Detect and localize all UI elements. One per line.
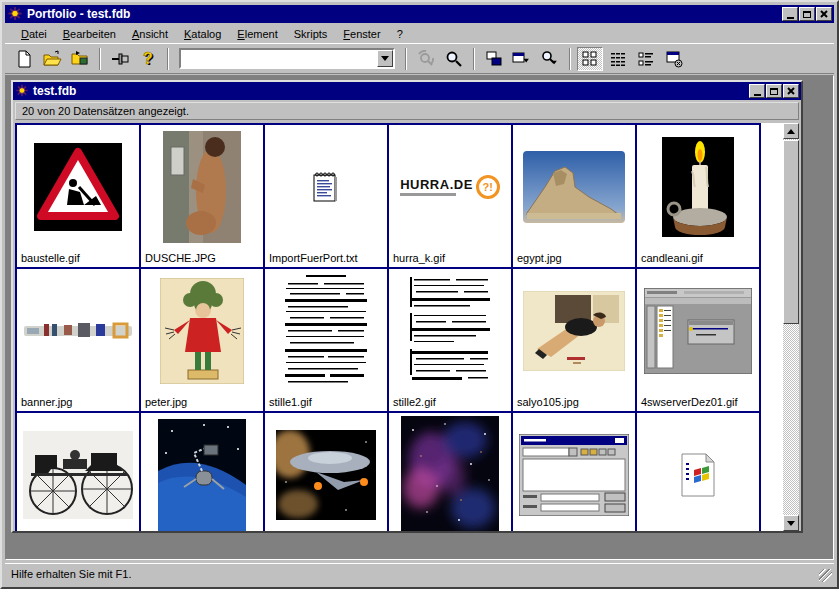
find-button[interactable] xyxy=(441,47,467,71)
sheet-music-image xyxy=(280,271,372,391)
window-menu-icon xyxy=(511,49,533,69)
thumbnail-cell-document[interactable] xyxy=(637,413,761,531)
new-document-icon xyxy=(14,49,34,69)
banner-image xyxy=(24,320,132,342)
close-window-icon xyxy=(664,49,684,69)
menu-katalog[interactable]: Katalog xyxy=(176,26,229,42)
thumbnail-cell-stille2[interactable]: stille2.gif xyxy=(389,269,513,413)
thumbnail-cell-satellite[interactable] xyxy=(141,413,265,531)
keyword-input[interactable] xyxy=(181,50,377,67)
record-status-text: 20 von 20 Datensätzen angezeigt. xyxy=(22,105,189,117)
menu-hilfe[interactable]: ? xyxy=(389,26,411,42)
list-view-icon xyxy=(608,49,628,69)
window-title: Portfolio - test.fdb xyxy=(27,7,778,21)
thumbnail-cell-stille1[interactable]: stille1.gif xyxy=(265,269,389,413)
gallery-button[interactable] xyxy=(481,47,507,71)
thumbnail-cell-egypt[interactable]: egypt.jpg xyxy=(513,125,637,269)
thumbnail-cell-nebula[interactable] xyxy=(389,413,513,531)
thumbnail-view-button[interactable] xyxy=(577,47,603,71)
arrow-up-icon xyxy=(787,125,795,134)
thumbnail-cell-hurra[interactable]: HURRA.DE ?! hurra_k.gif xyxy=(389,125,513,269)
arrange-menu-button[interactable] xyxy=(509,47,535,71)
thumbnail-view-icon xyxy=(580,49,600,69)
thumbnail-cell-baustelle[interactable]: baustelle.gif xyxy=(17,125,141,269)
starship-image xyxy=(276,430,376,520)
hurra-logo-image: HURRA.DE ?! xyxy=(400,175,500,199)
toolbar-separator xyxy=(99,48,101,70)
thumbnail-cell-car[interactable] xyxy=(17,413,141,531)
thumbnail-cell-enterprise[interactable] xyxy=(265,413,389,531)
status-help-text: Hilfe erhalten Sie mit F1. xyxy=(11,568,131,580)
menu-fenster[interactable]: Fenster xyxy=(335,26,388,42)
new-catalog-button[interactable] xyxy=(11,47,37,71)
resize-grip[interactable] xyxy=(819,569,832,582)
scroll-up-button[interactable] xyxy=(783,123,799,139)
main-title-bar[interactable]: Portfolio - test.fdb xyxy=(5,5,834,23)
scroll-down-button[interactable] xyxy=(783,515,799,531)
thumbnail-cell-4swserver[interactable]: 4swserverDez01.gif xyxy=(637,269,761,413)
minimize-button[interactable] xyxy=(782,7,798,21)
svg-text:?: ? xyxy=(143,50,153,67)
help-button[interactable]: ?? xyxy=(135,47,161,71)
find-again-button xyxy=(413,47,439,71)
thumbnail-cell-salyo[interactable]: salyo105.jpg xyxy=(513,269,637,413)
app-icon xyxy=(7,6,23,23)
arrow-down-icon xyxy=(787,521,795,530)
reclining-figure-image xyxy=(523,291,625,371)
record-view-icon xyxy=(636,49,656,69)
zoom-menu-icon xyxy=(539,49,561,69)
thumbnail-cell-candleani[interactable]: candleani.gif xyxy=(637,125,761,269)
gallery-windows-icon xyxy=(484,49,504,69)
file-name: 4swserverDez01.gif xyxy=(641,396,738,408)
app-screenshot-image xyxy=(644,288,752,374)
catalog-close-button[interactable] xyxy=(783,84,799,98)
toolbar: ?? xyxy=(5,43,834,74)
catalog-title-bar[interactable]: test.fdb xyxy=(13,82,801,100)
menu-skripts[interactable]: Skripts xyxy=(286,26,336,42)
add-to-catalog-button[interactable] xyxy=(67,47,93,71)
file-name: salyo105.jpg xyxy=(517,396,579,408)
list-view-button[interactable] xyxy=(605,47,631,71)
menu-bearbeiten[interactable]: Bearbeiten xyxy=(55,26,124,42)
hurra-logo-text: HURRA.DE xyxy=(400,178,473,191)
close-button[interactable] xyxy=(816,7,832,21)
thumbnail-grid: baustelle.gif DUSCHE.JPG ImportFuerPort.… xyxy=(15,123,761,531)
satellite-image xyxy=(158,419,246,531)
thumbnail-cell-dusche[interactable]: DUSCHE.JPG xyxy=(141,125,265,269)
thumbnail-cell-banner[interactable]: banner.jpg xyxy=(17,269,141,413)
hurra-logo-badge: ?! xyxy=(476,175,500,199)
windows-document-icon-image xyxy=(680,453,716,497)
keyword-combobox[interactable] xyxy=(179,48,395,69)
menu-datei[interactable]: Datei xyxy=(13,26,55,42)
menu-bar: Datei Bearbeiten Ansicht Katalog Element… xyxy=(5,24,834,43)
record-view-button[interactable] xyxy=(633,47,659,71)
pin-button[interactable] xyxy=(107,47,133,71)
toolbar-separator xyxy=(569,48,571,70)
file-name: egypt.jpg xyxy=(517,252,562,264)
portfolio-main-window: Portfolio - test.fdb Datei Bearbeiten An… xyxy=(0,0,839,589)
scrollbar-thumb[interactable] xyxy=(783,140,799,324)
file-name: DUSCHE.JPG xyxy=(145,252,216,264)
antique-car-image xyxy=(19,425,137,525)
zoom-menu-button[interactable] xyxy=(537,47,563,71)
open-catalog-button[interactable] xyxy=(39,47,65,71)
catalog-minimize-button[interactable] xyxy=(749,84,765,98)
thumbnail-cell-importfuerport[interactable]: ImportFuerPort.txt xyxy=(265,125,389,269)
catalog-window: test.fdb 20 von 20 Datensätzen angezeigt… xyxy=(11,80,803,533)
help-icon: ?? xyxy=(138,49,158,69)
status-bar: Hilfe erhalten Sie mit F1. xyxy=(5,563,834,584)
close-gallery-button[interactable] xyxy=(661,47,687,71)
thumbnail-cell-dialog[interactable] xyxy=(513,413,637,531)
shower-photo-image xyxy=(163,131,241,243)
combo-dropdown-button[interactable] xyxy=(377,50,393,67)
vertical-scrollbar[interactable] xyxy=(783,123,799,531)
menu-ansicht[interactable]: Ansicht xyxy=(124,26,176,42)
file-dialog-image xyxy=(519,434,629,516)
notepad-icon-image xyxy=(312,171,340,203)
thumbnail-cell-peter[interactable]: peter.jpg xyxy=(141,269,265,413)
menu-element[interactable]: Element xyxy=(229,26,285,42)
maximize-button[interactable] xyxy=(799,7,815,21)
toolbar-separator xyxy=(167,48,169,70)
catalog-maximize-button[interactable] xyxy=(766,84,782,98)
record-status-bar: 20 von 20 Datensätzen angezeigt. xyxy=(15,102,799,120)
